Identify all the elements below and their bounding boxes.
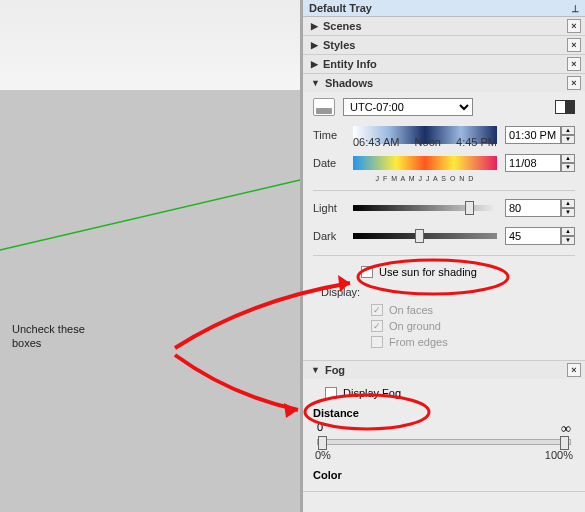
chevron-right-icon: ▶	[311, 21, 318, 31]
time-tick: Noon	[415, 136, 441, 146]
on-faces-checkbox: ✓	[371, 304, 383, 316]
month-ticks: J F M A M J J A S O N D	[353, 175, 497, 182]
spin-down-icon[interactable]: ▼	[561, 208, 575, 217]
date-label: Date	[313, 157, 345, 169]
chevron-right-icon: ▶	[311, 59, 318, 69]
timezone-select[interactable]: UTC-07:00	[343, 98, 473, 116]
light-input[interactable]	[505, 199, 561, 217]
sun-toggle-icon[interactable]	[555, 100, 575, 114]
scenes-label: Scenes	[323, 20, 362, 32]
distance-min: 0	[317, 421, 323, 437]
spin-down-icon[interactable]: ▼	[561, 236, 575, 245]
spin-up-icon[interactable]: ▲	[561, 126, 575, 135]
dark-input[interactable]	[505, 227, 561, 245]
use-sun-label: Use sun for shading	[379, 266, 477, 278]
shadow-toggle-icon[interactable]	[313, 98, 335, 116]
svg-line-0	[0, 180, 300, 250]
distance-tick-max: 100%	[545, 449, 573, 461]
light-label: Light	[313, 202, 345, 214]
on-ground-label: On ground	[389, 320, 441, 332]
spin-down-icon[interactable]: ▼	[561, 163, 575, 172]
display-label: Display:	[313, 280, 575, 302]
fog-section-header[interactable]: ▼ Fog ×	[303, 361, 585, 379]
date-input[interactable]	[505, 154, 561, 172]
tray-title-text: Default Tray	[309, 2, 372, 14]
distance-tick-min: 0%	[315, 449, 331, 461]
entity-info-label: Entity Info	[323, 58, 377, 70]
fog-label: Fog	[325, 364, 345, 376]
use-sun-checkbox[interactable]	[361, 266, 373, 278]
spin-down-icon[interactable]: ▼	[561, 135, 575, 144]
display-fog-label: Display Fog	[343, 387, 401, 399]
dark-slider[interactable]	[353, 233, 497, 239]
close-icon[interactable]: ×	[567, 19, 581, 33]
time-label: Time	[313, 129, 345, 141]
spin-up-icon[interactable]: ▲	[561, 227, 575, 236]
scenes-section-header[interactable]: ▶ Scenes ×	[303, 17, 585, 35]
distance-label: Distance	[313, 401, 575, 421]
entity-info-section-header[interactable]: ▶ Entity Info ×	[303, 55, 585, 73]
close-icon[interactable]: ×	[567, 57, 581, 71]
viewport-3d[interactable]	[0, 0, 300, 512]
dark-label: Dark	[313, 230, 345, 242]
default-tray-panel: Default Tray ⟂ ▶ Scenes × ▶ Styles × ▶ E…	[300, 0, 585, 512]
shadows-section-header[interactable]: ▼ Shadows ×	[303, 74, 585, 92]
distance-slider[interactable]	[317, 439, 571, 445]
display-fog-checkbox[interactable]	[325, 387, 337, 399]
time-input[interactable]	[505, 126, 561, 144]
spin-up-icon[interactable]: ▲	[561, 199, 575, 208]
chevron-right-icon: ▶	[311, 40, 318, 50]
ground-edge	[0, 0, 300, 512]
close-icon[interactable]: ×	[567, 38, 581, 52]
close-icon[interactable]: ×	[567, 363, 581, 377]
distance-max: ∞	[561, 421, 571, 437]
close-icon[interactable]: ×	[567, 76, 581, 90]
pin-icon[interactable]: ⟂	[572, 2, 579, 14]
styles-section-header[interactable]: ▶ Styles ×	[303, 36, 585, 54]
shadows-label: Shadows	[325, 77, 373, 89]
from-edges-label: From edges	[389, 336, 448, 348]
fog-color-label: Color	[313, 461, 575, 481]
date-slider[interactable]: J F M A M J J A S O N D	[353, 156, 497, 170]
chevron-down-icon: ▼	[311, 78, 320, 88]
chevron-down-icon: ▼	[311, 365, 320, 375]
styles-label: Styles	[323, 39, 355, 51]
time-slider[interactable]: 06:43 AM Noon 4:45 PM	[353, 126, 497, 144]
time-tick: 06:43 AM	[353, 136, 399, 146]
spin-up-icon[interactable]: ▲	[561, 154, 575, 163]
on-faces-label: On faces	[389, 304, 433, 316]
on-ground-checkbox: ✓	[371, 320, 383, 332]
light-slider[interactable]	[353, 205, 497, 211]
time-tick: 4:45 PM	[456, 136, 497, 146]
tray-title-bar[interactable]: Default Tray ⟂	[303, 0, 585, 17]
annotation-text: Uncheck these boxes	[12, 322, 85, 351]
from-edges-checkbox	[371, 336, 383, 348]
